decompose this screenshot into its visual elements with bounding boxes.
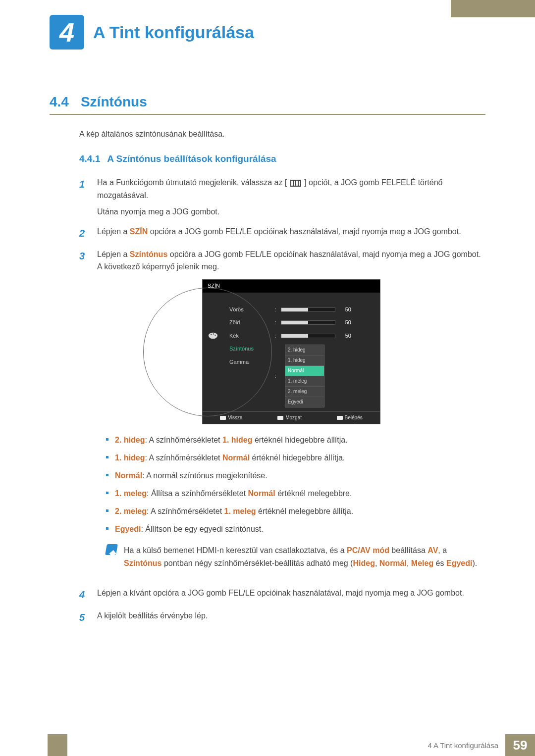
section-rule (50, 114, 485, 115)
step-text: opcióra a JOG gomb FEL/LE opcióinak hasz… (148, 227, 461, 236)
step-text: Lépjen a (97, 250, 130, 258)
osd-footer-label: Belépés (345, 414, 363, 422)
osd-footer-label: Mozgat (285, 414, 302, 422)
step-4: 4 Lépjen a kívánt opcióra a JOG gomb FEL… (79, 587, 485, 603)
svg-point-1 (211, 334, 212, 335)
subsection-title: A Színtónus beállítások konfigurálása (107, 153, 276, 164)
osd-option: 2. meleg (285, 386, 324, 397)
chapter-title: A Tint konfigurálása (93, 23, 254, 42)
section-lead: A kép általános színtónusának beállítása… (79, 130, 485, 139)
page-footer: 4 A Tint konfigurálása 59 (0, 734, 535, 756)
list-item: Normál: A normál színtónus megjelenítése… (106, 470, 485, 482)
osd-footer: Vissza Mozgat Belépés (203, 411, 380, 424)
step-1: 1 Ha a Funkciógomb útmutató megjelenik, … (79, 176, 485, 218)
osd-dropdown: 2. hideg 1. hideg Normál 1. meleg 2. mel… (285, 345, 324, 407)
step-number: 3 (79, 248, 88, 580)
osd-value: 50 (339, 305, 351, 314)
step-text: Utána nyomja meg a JOG gombot. (97, 205, 485, 218)
chapter-header: 4 A Tint konfigurálása (50, 15, 485, 50)
list-item: Egyedi: Állítson be egy egyedi színtónus… (106, 523, 485, 535)
note-block: Ha a külső bemenet HDMI-n keresztül van … (106, 544, 485, 569)
step-5: 5 A kijelölt beállítás érvénybe lép. (79, 609, 485, 625)
svg-point-3 (214, 334, 216, 336)
osd-screenshot: SZÍN Vörös Zöld Kék Színtónus Gamma (202, 279, 380, 424)
osd-option: 2. hideg (285, 345, 324, 355)
section-number: 4.4 (50, 94, 69, 110)
section-title: Színtónus (81, 94, 147, 110)
osd-option: 1. meleg (285, 376, 324, 386)
nav-key-icon (337, 416, 343, 420)
highlight: SZÍN (130, 227, 148, 236)
step-3: 3 Lépjen a Színtónus opcióra a JOG gomb … (79, 248, 485, 580)
menu-grid-icon (290, 180, 301, 187)
top-accent-bar (451, 0, 535, 17)
osd-label: Vörös (229, 305, 274, 314)
step-number: 1 (79, 176, 88, 218)
osd-label: Kék (229, 332, 274, 341)
nav-key-icon (220, 416, 226, 420)
step-number: 5 (79, 609, 88, 625)
osd-label: Zöld (229, 318, 274, 327)
palette-icon (208, 331, 218, 340)
osd-label-active: Színtónus (229, 345, 274, 353)
step-number: 2 (79, 225, 88, 241)
osd-title: SZÍN (203, 280, 380, 293)
step-number: 4 (79, 587, 88, 603)
note-icon (105, 544, 118, 555)
subsection-number: 4.4.1 (79, 153, 100, 164)
osd-option: Egyedi (285, 397, 324, 407)
list-item: 1. meleg: Állítsa a színhőmérsékletet No… (106, 488, 485, 500)
osd-slider (281, 320, 335, 325)
step-2: 2 Lépjen a SZÍN opcióra a JOG gomb FEL/L… (79, 225, 485, 241)
option-list: 2. hideg: A színhőmérsékletet 1. hideg é… (106, 434, 485, 535)
list-item: 1. hideg: A színhőmérsékletet Normál ért… (106, 452, 485, 464)
step-text: Lépjen a kívánt opcióra a JOG gomb FEL/L… (97, 587, 485, 600)
list-item: 2. meleg: A színhőmérsékletet 1. meleg é… (106, 505, 485, 517)
osd-option-selected: Normál (285, 365, 324, 376)
osd-slider (281, 334, 335, 338)
osd-slider (281, 307, 335, 312)
step-text: Lépjen a (97, 227, 130, 236)
page-number: 59 (505, 734, 535, 756)
chapter-number-badge: 4 (50, 15, 84, 50)
osd-value: 50 (339, 332, 351, 341)
footer-accent-bar (48, 734, 67, 756)
nav-key-icon (277, 416, 283, 420)
osd-value: 50 (339, 318, 351, 327)
step-text: A kijelölt beállítás érvénybe lép. (97, 609, 485, 622)
osd-option: 1. hideg (285, 355, 324, 365)
svg-point-2 (213, 333, 214, 335)
osd-label: Gamma (229, 358, 274, 367)
osd-footer-label: Vissza (228, 414, 242, 422)
footer-chapter-title: 4 A Tint konfigurálása (428, 741, 505, 750)
highlight: Színtónus (130, 250, 167, 258)
list-item: 2. hideg: A színhőmérsékletet 1. hideg é… (106, 434, 485, 446)
step-text: Ha a Funkciógomb útmutató megjelenik, vá… (97, 178, 287, 187)
